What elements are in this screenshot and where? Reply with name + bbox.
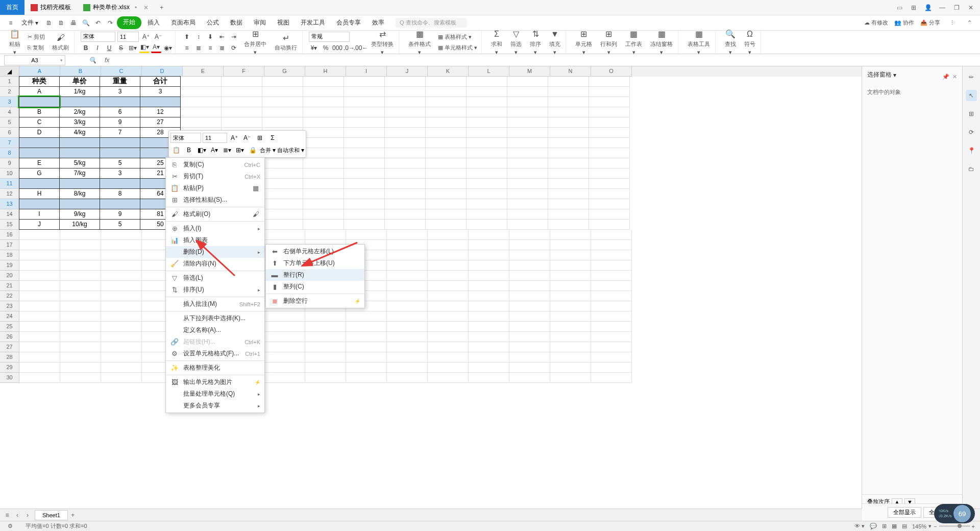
cell[interactable] — [509, 352, 550, 363]
number-format-select[interactable] — [309, 32, 350, 42]
cell[interactable] — [550, 271, 591, 281]
ctx-insert-comment[interactable]: 插入批注(M)Shift+F2 — [166, 298, 264, 310]
ctx-copy[interactable]: ⎘复制(C)Ctrl+C — [166, 159, 264, 171]
col-header-n[interactable]: N — [550, 66, 591, 77]
cell[interactable] — [385, 138, 426, 148]
file-menu[interactable]: 文件▾ — [17, 17, 42, 28]
cell[interactable] — [181, 117, 222, 128]
cell[interactable] — [428, 332, 469, 342]
row-header[interactable]: 30 — [0, 373, 19, 383]
cell[interactable] — [19, 311, 60, 322]
cell[interactable] — [303, 179, 344, 189]
cell[interactable] — [387, 240, 428, 250]
cell[interactable] — [507, 87, 548, 97]
row-header[interactable]: 27 — [0, 342, 19, 352]
zoom-out-icon[interactable]: − — [934, 523, 937, 529]
row-header[interactable]: 12 — [0, 189, 19, 199]
cell[interactable] — [469, 250, 509, 260]
col-header-l[interactable]: L — [469, 66, 509, 77]
increase-decimal-icon[interactable]: .0→ — [344, 43, 354, 53]
cell[interactable] — [344, 220, 385, 230]
cell[interactable] — [344, 199, 385, 209]
cell[interactable] — [428, 301, 469, 311]
cell[interactable] — [507, 209, 548, 220]
row-header[interactable]: 18 — [0, 250, 19, 260]
cell[interactable] — [548, 97, 589, 107]
cell[interactable] — [509, 250, 550, 260]
cell[interactable] — [507, 158, 548, 168]
minimize-button[interactable]: — — [936, 2, 949, 13]
floating-size-select[interactable] — [203, 133, 227, 143]
cell[interactable] — [507, 168, 548, 179]
percent-icon[interactable]: % — [321, 43, 331, 53]
cell[interactable] — [344, 138, 385, 148]
ctx-clear[interactable]: 🧹清除内容(N) — [166, 258, 264, 270]
cell[interactable] — [548, 77, 589, 87]
menu-review[interactable]: 审阅 — [249, 16, 271, 29]
row-header[interactable]: 9 — [0, 158, 19, 168]
bold-button[interactable]: B — [81, 43, 91, 53]
cell[interactable] — [60, 311, 101, 322]
cell[interactable] — [19, 96, 60, 107]
cell[interactable] — [387, 230, 428, 240]
ctx-more-member[interactable]: 更多会员专享▸ — [166, 400, 264, 412]
col-header-b[interactable]: B — [60, 66, 101, 77]
tab-home[interactable]: 首页 — [0, 0, 24, 15]
cell[interactable] — [181, 107, 222, 117]
panel-pin-icon[interactable]: 📌 — [942, 74, 949, 80]
cell[interactable] — [19, 230, 60, 240]
cell[interactable] — [589, 158, 630, 168]
cell[interactable] — [507, 179, 548, 189]
cell[interactable] — [303, 158, 344, 168]
select-all-corner[interactable]: ◢ — [0, 66, 19, 77]
cell[interactable] — [426, 168, 467, 179]
row-header[interactable]: 19 — [0, 260, 19, 271]
cell[interactable] — [591, 250, 632, 260]
cell-format-button[interactable]: ▦ 单元格样式▾ — [436, 43, 479, 53]
cell[interactable] — [591, 352, 632, 363]
cell[interactable] — [19, 178, 60, 189]
cell[interactable] — [509, 260, 550, 271]
col-header-o[interactable]: O — [591, 66, 632, 77]
cell[interactable] — [387, 342, 428, 352]
cell[interactable] — [387, 250, 428, 260]
cell[interactable] — [550, 250, 591, 260]
cell[interactable] — [550, 363, 591, 373]
cell[interactable] — [262, 117, 303, 128]
cell[interactable] — [467, 117, 507, 128]
cell[interactable] — [469, 352, 509, 363]
cell[interactable] — [222, 77, 262, 87]
cell[interactable] — [591, 363, 632, 373]
cell[interactable] — [344, 209, 385, 220]
format-painter-button[interactable]: 🖌格式刷 — [49, 32, 72, 53]
cell[interactable] — [344, 117, 385, 128]
cell[interactable]: 种类 — [19, 76, 60, 87]
cell[interactable] — [385, 97, 426, 107]
cell[interactable] — [428, 373, 469, 383]
ctx-hyperlink[interactable]: 🔗超链接(H)...Ctrl+K — [166, 336, 264, 348]
cell[interactable] — [509, 311, 550, 322]
comment-icon[interactable]: 💬 — [870, 523, 877, 529]
cell[interactable] — [346, 352, 387, 363]
row-header[interactable]: 20 — [0, 271, 19, 281]
cell[interactable] — [591, 291, 632, 301]
ctx-paste-special[interactable]: ⊞选择性粘贴(S)... — [166, 194, 264, 206]
avatar-icon[interactable]: 👤 — [921, 2, 935, 13]
cell[interactable] — [428, 363, 469, 373]
cell[interactable] — [428, 311, 469, 322]
cell[interactable]: 3 — [100, 168, 140, 179]
cell[interactable] — [507, 77, 548, 87]
floating-inc-font-icon[interactable]: A⁺ — [229, 132, 240, 143]
cell[interactable] — [507, 220, 548, 230]
rt-location-icon[interactable]: 📍 — [966, 145, 977, 156]
cell[interactable] — [509, 342, 550, 352]
row-header[interactable]: 24 — [0, 311, 19, 322]
sum-button[interactable]: Σ求和▾ — [488, 28, 505, 57]
cell[interactable] — [591, 332, 632, 342]
cell[interactable] — [385, 87, 426, 97]
cell[interactable] — [60, 342, 101, 352]
cell[interactable] — [344, 128, 385, 138]
cell[interactable] — [589, 168, 630, 179]
cell[interactable] — [181, 87, 222, 97]
cell[interactable] — [303, 128, 344, 138]
